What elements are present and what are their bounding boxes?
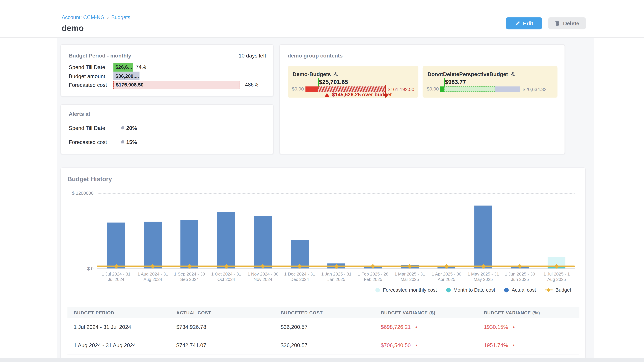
budget-amount-chip: $36,200.... xyxy=(113,71,139,80)
x-axis-tick-label: 1 May 2025 - 31May 2025 xyxy=(464,271,503,282)
table-header-cell: BUDGET VARIANCE (%) xyxy=(478,310,580,315)
legend-circle-marker xyxy=(446,288,450,292)
spend-segment xyxy=(306,86,318,92)
table-header-cell: BUDGET PERIOD xyxy=(68,310,170,315)
actual-cost-bar[interactable] xyxy=(180,220,198,269)
actual-cost-cell: $742,741.07 xyxy=(170,342,274,348)
budget-period-cell: 1 Aug 2024 - 31 Aug 2024 xyxy=(68,342,170,348)
trend-up-icon: ▲ xyxy=(415,343,418,347)
chart-x-axis: 1 Jul 2024 - 31Jul 20241 Aug 2024 - 31Au… xyxy=(97,271,575,283)
y-axis-zero-label: $ 0 xyxy=(64,266,94,271)
forecasted-cost-percent: 486% xyxy=(245,82,258,88)
trend-up-icon: ▲ xyxy=(512,325,515,329)
actual-cost-bar[interactable] xyxy=(144,222,162,269)
x-axis-tick-label: 1 Apr 2025 - 30Apr 2025 xyxy=(427,271,466,282)
actual-cost-bar[interactable] xyxy=(217,212,235,269)
legend-item-forecasted-monthly-cost[interactable]: Forecasted monthly cost xyxy=(375,287,437,293)
legend-diamond-marker xyxy=(545,288,552,292)
child-budget-donotdelete[interactable]: DonotDeletePerspectiveBudget $983.77 $0.… xyxy=(422,66,558,98)
x-axis-tick-label: 1 Nov 2024 - 30Nov 2024 xyxy=(243,271,283,282)
chart-plot xyxy=(97,193,575,269)
trend-up-icon: ▲ xyxy=(512,343,515,347)
breadcrumb-budgets-link[interactable]: Budgets xyxy=(111,14,130,20)
spend-till-date-chip: $26,6... xyxy=(113,63,133,71)
legend-label: Forecasted monthly cost xyxy=(383,287,437,293)
legend-circle-marker xyxy=(375,288,380,292)
alert-spend-value: 20% xyxy=(126,125,137,131)
group-contents-title: demo group contents xyxy=(288,52,343,59)
budgeted-cost-cell: $36,200.57 xyxy=(274,342,374,348)
days-left: 10 days left xyxy=(239,52,266,59)
forecasted-cost-chip: $175,908.50 xyxy=(113,80,240,89)
actual-cost-bar[interactable] xyxy=(107,222,125,268)
over-budget-alert-text: $145,626.25 over budget xyxy=(332,92,392,98)
page-title: demo xyxy=(62,24,84,33)
table-header-cell: BUDGET VARIANCE ($) xyxy=(374,310,478,315)
variance-pct-cell: 1930.15% ▲ xyxy=(478,324,580,330)
budget-progress-bar xyxy=(440,86,520,92)
bell-icon xyxy=(120,125,125,130)
table-header-cell: BUDGETED COST xyxy=(274,310,374,315)
table-row: 1 Aug 2024 - 31 Aug 2024$742,741.07$36,2… xyxy=(68,336,580,355)
legend-item-month-to-date-cost[interactable]: Month to Date cost xyxy=(446,287,495,293)
budgeted-cost-cell: $36,200.57 xyxy=(274,324,374,330)
x-axis-tick-label: 1 Feb 2025 - 28Feb 2025 xyxy=(353,271,393,282)
spend-till-date-label: Spend Till Date xyxy=(69,64,105,70)
alert-forecast-label: Forecasted cost xyxy=(69,139,107,145)
budget-amount-label: Budget amount xyxy=(69,73,105,79)
table-header-cell: ACTUAL COST xyxy=(170,310,274,315)
spend-segment xyxy=(440,86,444,92)
child-budget-demo-budgets[interactable]: Demo-Budgets $25,701.65 $0.00 $161,192.5… xyxy=(288,66,418,98)
bar-max-label: $161,192.50 xyxy=(388,87,414,92)
trend-up-icon: ▲ xyxy=(415,325,418,329)
breadcrumb-separator: › xyxy=(107,14,109,20)
chart-legend: Forecasted monthly costMonth to Date cos… xyxy=(375,287,571,293)
variance-usd-cell: $706,540.50 ▲ xyxy=(374,342,478,348)
hierarchy-icon xyxy=(334,72,338,77)
legend-item-budget[interactable]: Budget xyxy=(545,287,571,293)
budget-history-card: Budget History $ 1200000 $ 0 1 Jul 2024 … xyxy=(60,167,586,359)
remaining-budget-segment xyxy=(495,86,520,92)
budget-period-cell: 1 Jul 2024 - 31 Jul 2024 xyxy=(68,324,170,330)
legend-label: Month to Date cost xyxy=(454,287,495,293)
child-budget-name: Demo-Budgets xyxy=(293,71,331,77)
budget-period-title: Budget Period - monthly xyxy=(69,52,131,59)
breadcrumb-account-link[interactable]: Account: CCM-NG xyxy=(62,14,104,20)
variance-usd-cell: $698,726.21 ▲ xyxy=(374,324,478,330)
chart-title: Budget History xyxy=(68,175,112,182)
x-axis-line xyxy=(97,269,575,269)
legend-label: Budget xyxy=(556,287,571,293)
variance-pct-cell: 1951.74% ▲ xyxy=(478,342,580,348)
x-axis-tick-label: 1 Dec 2024 - 31Dec 2024 xyxy=(280,271,320,282)
group-contents-card: demo group contents Demo-Budgets $25,701… xyxy=(280,44,565,154)
table-row: 1 Jul 2024 - 31 Jul 2024$734,926.78$36,2… xyxy=(68,318,580,336)
budget-detail-page: Account: CCM-NG › Budgets demo Edit Dele… xyxy=(0,0,644,362)
x-axis-tick-label: 1 Jul 2024 - 31Jul 2024 xyxy=(96,271,136,282)
table-header-row: BUDGET PERIODACTUAL COSTBUDGETED COSTBUD… xyxy=(68,307,580,318)
child-budget-name: DonotDeletePerspectiveBudget xyxy=(428,71,508,77)
bar-min-label: $0.00 xyxy=(422,86,439,91)
forecasted-cost-label: Forecasted cost xyxy=(69,82,107,88)
header-actions: Edit Delete xyxy=(506,17,586,29)
x-axis-tick-label: 1 Sep 2024 - 30Sep 2024 xyxy=(170,271,210,282)
delete-button[interactable]: Delete xyxy=(548,17,586,29)
pencil-icon xyxy=(515,21,520,26)
bar-min-label: $0.00 xyxy=(288,86,304,91)
y-axis-max-label: $ 1200000 xyxy=(64,191,94,196)
x-axis-tick-label: 1 Jan 2025 - 31Jan 2025 xyxy=(316,271,356,282)
actual-cost-cell: $734,926.78 xyxy=(170,324,274,330)
bar-max-label: $20,634.32 xyxy=(523,87,546,92)
over-budget-alert: $145,626.25 over budget xyxy=(324,92,392,98)
legend-item-actual-cost[interactable]: Actual cost xyxy=(504,287,536,293)
alerts-title: Alerts at xyxy=(69,111,90,117)
budget-progress-bar xyxy=(306,86,385,92)
edit-button[interactable]: Edit xyxy=(506,17,542,29)
breadcrumb: Account: CCM-NG › Budgets xyxy=(62,14,130,20)
hierarchy-icon xyxy=(510,72,516,77)
actual-cost-bar[interactable] xyxy=(474,205,492,269)
actual-cost-bar[interactable] xyxy=(254,216,272,269)
child-budget-spend-amount: $983.77 xyxy=(445,79,466,85)
budget-history-table: BUDGET PERIODACTUAL COSTBUDGETED COSTBUD… xyxy=(68,307,580,355)
delete-button-label: Delete xyxy=(563,20,579,26)
x-axis-tick-label: 1 Aug 2024 - 31Aug 2024 xyxy=(133,271,173,282)
